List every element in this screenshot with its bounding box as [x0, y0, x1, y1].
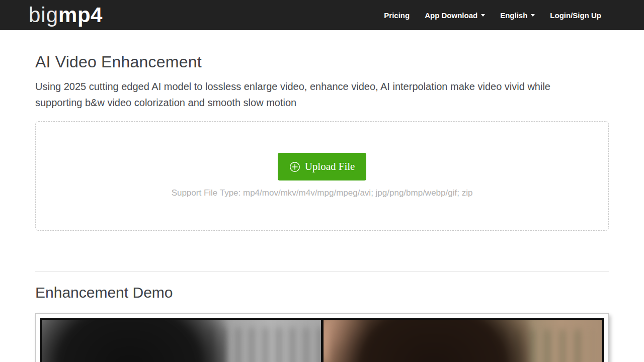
hair-silhouette — [329, 320, 530, 362]
hair-silhouette — [42, 320, 226, 362]
nav-link-language[interactable]: English — [493, 6, 542, 25]
caret-down-icon — [531, 14, 535, 17]
demo-comparison-frame — [35, 313, 609, 362]
plus-circle-icon — [289, 161, 300, 172]
caret-down-icon — [481, 14, 485, 17]
page-title: AI Video Enhancement — [35, 53, 609, 71]
logo-text-light: big — [29, 0, 58, 30]
nav-link-login-signup-label: Login/Sign Up — [550, 11, 601, 20]
logo-text-bold: mp4 — [58, 0, 103, 30]
page-subtitle: Using 2025 cutting edged AI model to los… — [35, 78, 569, 111]
nav-link-app-download[interactable]: App Download — [417, 6, 493, 25]
upload-file-button-label: Upload File — [305, 160, 355, 173]
demo-before-image — [42, 320, 321, 362]
section-divider — [35, 271, 609, 272]
nav-links: Pricing App Download English Login/Sign … — [376, 6, 609, 25]
upload-file-button[interactable]: Upload File — [278, 153, 366, 180]
demo-before-after-comparison — [40, 318, 604, 362]
nav-link-pricing-label: Pricing — [384, 11, 410, 20]
logo[interactable]: bigmp4 — [29, 0, 103, 30]
nav-link-app-download-label: App Download — [425, 11, 477, 20]
demo-section-title: Enhancement Demo — [35, 284, 609, 301]
nav-link-login-signup[interactable]: Login/Sign Up — [542, 6, 609, 25]
upload-dropzone[interactable]: Upload File Support File Type: mp4/mov/m… — [35, 121, 609, 231]
background-blur-detail — [209, 328, 321, 362]
nav-link-language-label: English — [500, 11, 527, 20]
nav-link-pricing[interactable]: Pricing — [376, 6, 417, 25]
support-file-type-text: Support File Type: mp4/mov/mkv/m4v/mpg/m… — [36, 188, 608, 198]
navbar: bigmp4 Pricing App Download English Logi… — [0, 0, 644, 30]
main-content: AI Video Enhancement Using 2025 cutting … — [35, 53, 609, 362]
demo-after-image — [324, 320, 603, 362]
